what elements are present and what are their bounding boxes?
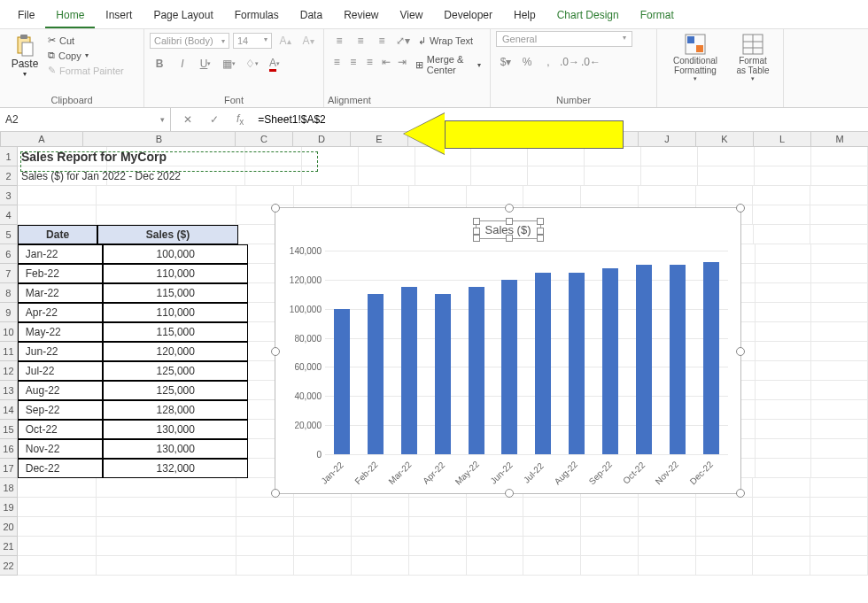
chart-bar[interactable]	[670, 265, 686, 454]
cell-M6[interactable]	[811, 244, 868, 264]
cancel-formula-icon[interactable]: ✕	[178, 113, 198, 126]
cell-L17[interactable]	[756, 459, 812, 478]
row-header-7[interactable]: 7	[0, 264, 18, 283]
conditional-formatting-button[interactable]: Conditional Formatting▾	[663, 31, 728, 84]
cell-G2[interactable]	[471, 166, 528, 186]
indent-inc-icon[interactable]: ⇥	[395, 52, 410, 72]
row-header-21[interactable]: 21	[0, 537, 18, 556]
cell-D1[interactable]	[302, 147, 359, 166]
menu-help[interactable]: Help	[503, 4, 546, 28]
cell-B22[interactable]	[97, 556, 236, 576]
cell-A11[interactable]: Jun-22	[18, 342, 104, 361]
cell-A10[interactable]: May-22	[18, 322, 104, 342]
cell-L14[interactable]	[756, 400, 812, 420]
cell-A17[interactable]: Dec-22	[18, 459, 104, 478]
chart-bar[interactable]	[435, 294, 451, 454]
cell-K22[interactable]	[696, 556, 754, 576]
paste-button[interactable]: Paste ▾	[5, 31, 44, 80]
cell-I22[interactable]	[581, 556, 639, 576]
cell-A3[interactable]	[18, 186, 97, 205]
enter-formula-icon[interactable]: ✓	[205, 113, 224, 126]
indent-dec-icon[interactable]: ⇤	[379, 52, 394, 72]
chart-bar[interactable]	[535, 273, 551, 454]
row-header-5[interactable]: 5	[0, 225, 18, 244]
cell-B21[interactable]	[97, 537, 236, 556]
cell-J1[interactable]	[641, 147, 698, 166]
align-right-icon[interactable]: ≡	[362, 52, 377, 72]
column-header-M[interactable]: M	[811, 132, 868, 146]
column-header-D[interactable]: D	[293, 132, 351, 146]
cell-B13[interactable]: 125,000	[103, 381, 248, 400]
cell-B14[interactable]: 128,000	[103, 400, 248, 420]
row-header-20[interactable]: 20	[0, 517, 18, 537]
cell-K19[interactable]	[696, 498, 754, 517]
cell-M19[interactable]	[810, 498, 868, 517]
cell-G20[interactable]	[467, 517, 524, 537]
row-header-11[interactable]: 11	[0, 342, 18, 361]
cell-H3[interactable]	[523, 186, 581, 205]
column-header-L[interactable]: L	[754, 132, 811, 146]
cell-M2[interactable]	[811, 166, 868, 186]
cell-J3[interactable]	[639, 186, 696, 205]
cell-C20[interactable]	[236, 517, 294, 537]
cell-E20[interactable]	[352, 517, 409, 537]
menu-chart-design[interactable]: Chart Design	[546, 4, 630, 28]
cell-B7[interactable]: 110,000	[103, 264, 248, 283]
cell-A22[interactable]	[18, 556, 97, 576]
cell-A7[interactable]: Feb-22	[18, 264, 104, 283]
cell-M1[interactable]	[811, 147, 868, 166]
cell-B17[interactable]: 132,000	[103, 459, 248, 478]
percent-format-icon[interactable]: %	[517, 52, 537, 72]
cell-A8[interactable]: Mar-22	[18, 283, 104, 303]
embedded-chart[interactable]: Sales ($) 020,00040,00060,00080,000100,0…	[275, 207, 741, 494]
cell-B1[interactable]	[107, 147, 245, 166]
chart-bar[interactable]	[602, 268, 618, 454]
copy-button[interactable]: ⧉Copy▾	[44, 48, 128, 63]
chart-bar[interactable]	[569, 273, 585, 454]
cell-B15[interactable]: 130,000	[103, 420, 248, 439]
menu-formulas[interactable]: Formulas	[224, 4, 290, 28]
wrap-text-button[interactable]: ↲Wrap Text	[415, 31, 477, 50]
row-header-14[interactable]: 14	[0, 400, 18, 420]
menu-format[interactable]: Format	[630, 4, 685, 28]
cell-B19[interactable]	[97, 498, 236, 517]
menu-file[interactable]: File	[7, 4, 45, 28]
cell-L22[interactable]	[753, 556, 810, 576]
cell-H20[interactable]	[523, 517, 581, 537]
cell-F21[interactable]	[409, 537, 467, 556]
cell-M5[interactable]	[810, 225, 868, 244]
cell-B12[interactable]: 125,000	[103, 361, 248, 381]
cell-B18[interactable]	[97, 478, 236, 498]
increase-decimal-icon[interactable]: .0→	[560, 52, 579, 72]
cell-K1[interactable]	[698, 147, 755, 166]
cell-M21[interactable]	[810, 537, 868, 556]
cell-F20[interactable]	[409, 517, 467, 537]
font-color-button[interactable]: A▾	[265, 54, 284, 73]
cell-L16[interactable]	[756, 439, 812, 459]
row-header-19[interactable]: 19	[0, 498, 18, 517]
cell-A15[interactable]: Oct-22	[18, 420, 104, 439]
cell-F19[interactable]	[409, 498, 467, 517]
cell-L8[interactable]	[756, 283, 812, 303]
align-left-icon[interactable]: ≡	[329, 52, 345, 72]
cell-M7[interactable]	[811, 264, 868, 283]
cell-B20[interactable]	[97, 517, 236, 537]
cell-L1[interactable]	[755, 147, 811, 166]
cell-E2[interactable]	[359, 166, 415, 186]
cell-L21[interactable]	[753, 537, 810, 556]
chart-bar[interactable]	[469, 287, 484, 454]
cell-A9[interactable]: Apr-22	[18, 303, 104, 322]
cell-A20[interactable]	[18, 517, 97, 537]
cell-I20[interactable]	[581, 517, 639, 537]
cell-F3[interactable]	[409, 186, 467, 205]
font-size-select[interactable]: 14▾	[233, 33, 272, 49]
row-header-9[interactable]: 9	[0, 303, 18, 322]
resize-handle[interactable]	[736, 489, 745, 498]
cut-button[interactable]: ✂Cut	[44, 33, 128, 48]
cell-B6[interactable]: 100,000	[103, 244, 248, 264]
cell-A13[interactable]: Aug-22	[18, 381, 104, 400]
border-button[interactable]: ▦▾	[219, 54, 238, 73]
cell-D22[interactable]	[294, 556, 352, 576]
increase-font-icon[interactable]: A▴	[275, 31, 295, 50]
cell-M4[interactable]	[810, 205, 868, 225]
